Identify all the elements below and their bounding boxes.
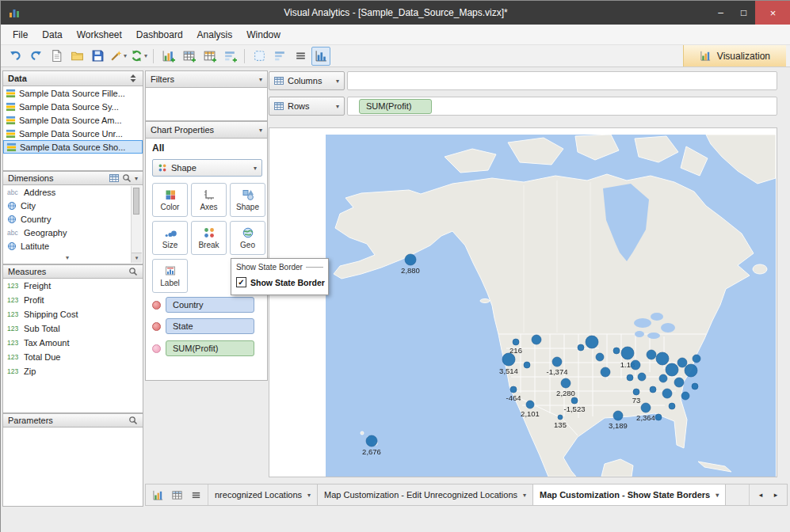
search-icon[interactable] bbox=[122, 173, 132, 183]
map-bubble[interactable] bbox=[578, 344, 584, 351]
measure-item[interactable]: 123 Total Due bbox=[3, 350, 143, 364]
bottom-tab[interactable]: nrecognized Locations ▾ bbox=[208, 484, 318, 505]
minimize-button[interactable]: – bbox=[709, 1, 732, 25]
map-bubble[interactable] bbox=[601, 367, 610, 377]
map-bubble[interactable] bbox=[526, 401, 534, 408]
data-source-item[interactable]: Sample Data Source Sho... bbox=[3, 140, 143, 154]
dimensions-header[interactable]: Dimensions ▾ bbox=[2, 171, 143, 185]
chart-canvas[interactable]: 2,8802,6762163,514-4642,101-1,3742,280-1… bbox=[269, 127, 777, 477]
map-bubble[interactable] bbox=[571, 397, 578, 404]
map-bubble[interactable] bbox=[613, 348, 620, 354]
map-bubble[interactable] bbox=[685, 364, 697, 377]
menu-item[interactable]: Analysis bbox=[190, 25, 240, 44]
map-bubble[interactable] bbox=[631, 360, 640, 370]
bottom-tab[interactable]: Map Customization - Show State Borders ▾ bbox=[533, 484, 726, 505]
search-icon[interactable] bbox=[128, 416, 138, 425]
dimension-item[interactable]: geo Latitute bbox=[3, 239, 143, 253]
map-bubble[interactable] bbox=[666, 363, 678, 376]
data-source-item[interactable]: Sample Data Source Sy... bbox=[3, 100, 143, 113]
save-button[interactable] bbox=[88, 47, 107, 66]
map-bubble[interactable] bbox=[641, 403, 651, 412]
tab-dropdown-icon[interactable]: ▾ bbox=[523, 492, 526, 499]
map-bubble[interactable] bbox=[524, 362, 530, 368]
data-source-item[interactable]: Sample Data Source Am... bbox=[3, 113, 143, 127]
dropdown-arrow-icon[interactable]: ▾ bbox=[135, 175, 138, 182]
rows-pill-sum-profit[interactable]: SUM(Profit) bbox=[359, 99, 432, 114]
binding-pill-state[interactable]: State bbox=[166, 318, 254, 334]
table-icon[interactable] bbox=[109, 173, 119, 183]
map-bubble[interactable] bbox=[586, 336, 598, 348]
map-bubble[interactable] bbox=[659, 374, 667, 382]
menu-item[interactable]: File bbox=[6, 25, 35, 44]
map-bubble[interactable] bbox=[502, 353, 515, 366]
dimension-item[interactable]: geo Country bbox=[3, 212, 143, 226]
close-button[interactable]: × bbox=[755, 1, 790, 25]
data-source-item[interactable]: Sample Data Source Fille... bbox=[3, 86, 143, 100]
collapse-arrow-icon[interactable]: ▾ bbox=[259, 76, 262, 83]
format-wand-button[interactable]: ▾ bbox=[109, 47, 128, 66]
map-bubble[interactable] bbox=[510, 386, 517, 393]
map-visualization[interactable]: 2,8802,6762163,514-4642,101-1,3742,280-1… bbox=[326, 135, 776, 477]
shape-button[interactable]: Shape bbox=[230, 183, 265, 217]
map-bubble[interactable] bbox=[655, 414, 662, 420]
crosstab-tab-icon-button[interactable] bbox=[169, 487, 185, 503]
map-bubble[interactable] bbox=[613, 411, 623, 420]
undo-button[interactable] bbox=[6, 47, 25, 66]
data-panel-header[interactable]: Data bbox=[2, 70, 143, 86]
parameters-header[interactable]: Parameters bbox=[2, 413, 143, 428]
maximize-button[interactable]: □ bbox=[732, 1, 755, 25]
tabs-prev-button[interactable]: ◂ bbox=[754, 488, 767, 501]
map-bubble[interactable] bbox=[692, 383, 698, 390]
menu-item[interactable]: Dashboard bbox=[129, 25, 190, 44]
map-bubble[interactable] bbox=[647, 350, 656, 359]
scroll-down-button[interactable]: ▾ bbox=[132, 253, 142, 263]
collapse-arrow-icon[interactable]: ▾ bbox=[259, 127, 262, 134]
new-document-button[interactable] bbox=[47, 47, 66, 66]
scrollbar-thumb[interactable] bbox=[133, 188, 139, 215]
map-bubble[interactable] bbox=[656, 352, 669, 365]
list-view-button[interactable] bbox=[291, 47, 310, 66]
map-bubble[interactable] bbox=[677, 358, 687, 367]
insert-selection-button[interactable] bbox=[220, 47, 239, 66]
dropdown-arrow-icon[interactable]: ▾ bbox=[124, 52, 127, 59]
measure-item[interactable]: 123 Sub Total bbox=[3, 321, 143, 336]
tab-list-menu-button[interactable] bbox=[188, 487, 204, 503]
columns-shelf-button[interactable]: Columns ▾ bbox=[269, 71, 345, 90]
map-bubble[interactable] bbox=[662, 389, 672, 398]
break-button[interactable]: Break bbox=[191, 221, 227, 255]
measure-item[interactable]: 123 Tax Amount bbox=[3, 336, 143, 350]
open-button[interactable] bbox=[67, 47, 86, 66]
binding-pill-country[interactable]: Country bbox=[166, 297, 254, 313]
map-bubble[interactable] bbox=[596, 353, 604, 361]
search-icon[interactable] bbox=[128, 267, 138, 276]
dimension-item[interactable]: abc Address bbox=[3, 185, 143, 199]
measure-item[interactable]: 123 Profit bbox=[3, 293, 143, 307]
show-state-border-checkbox[interactable]: ✓ bbox=[236, 277, 246, 287]
chart-toggle-button[interactable] bbox=[311, 47, 330, 66]
data-source-item[interactable]: Sample Data Source Unr... bbox=[3, 127, 143, 140]
map-bubble[interactable] bbox=[681, 392, 689, 400]
dimension-item[interactable]: abc Geography bbox=[3, 226, 143, 239]
scrollbar[interactable]: ▾ bbox=[131, 186, 142, 263]
measure-item[interactable]: 123 Shipping Cost bbox=[3, 307, 143, 321]
menu-item[interactable]: Data bbox=[35, 25, 69, 44]
tab-dropdown-icon[interactable]: ▾ bbox=[307, 492, 311, 499]
menu-item[interactable]: Worksheet bbox=[70, 25, 129, 44]
insert-chart-button[interactable] bbox=[158, 47, 177, 66]
chart-properties-header[interactable]: Chart Properties ▾ bbox=[145, 121, 268, 139]
sort-updown-icon[interactable] bbox=[128, 74, 138, 83]
map-bubble[interactable] bbox=[669, 403, 675, 409]
map-bubble[interactable] bbox=[532, 335, 541, 344]
map-bubble[interactable] bbox=[366, 435, 377, 446]
selection-container-button[interactable] bbox=[250, 47, 269, 66]
map-bubble[interactable] bbox=[650, 386, 656, 393]
dropdown-arrow-icon[interactable]: ▾ bbox=[336, 78, 339, 85]
insert-table-button[interactable] bbox=[200, 47, 219, 66]
map-bubble[interactable] bbox=[621, 347, 634, 359]
scroll-more-indicator[interactable]: ▾ bbox=[3, 254, 132, 264]
chart-tab-icon-button[interactable] bbox=[150, 487, 166, 503]
menu-item[interactable]: Window bbox=[239, 25, 288, 44]
dimension-item[interactable]: geo City bbox=[3, 199, 143, 212]
measures-header[interactable]: Measures bbox=[2, 264, 143, 279]
binding-pill-sum-profit[interactable]: SUM(Profit) bbox=[166, 340, 254, 356]
